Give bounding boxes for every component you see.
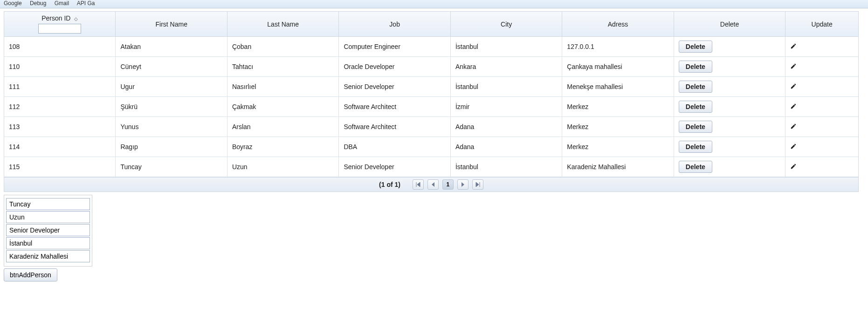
cell-job: Senior Developer [339,157,450,177]
cell-job: Software Architect [339,97,450,117]
header-job[interactable]: Job [339,12,450,37]
paginator-next-button[interactable] [457,179,468,190]
cell-update [785,77,858,97]
cell-delete: Delete [674,57,785,77]
header-person-id[interactable]: Person ID ◇ [4,12,116,37]
header-label: Person ID [41,14,70,22]
bookmark-item[interactable]: Google [4,0,22,7]
bookmark-item[interactable]: Gmail [55,0,69,7]
cell-last-name: Çoban [227,37,339,57]
cell-last-name: Boyraz [227,137,339,157]
cell-city: İzmir [451,97,562,117]
edit-icon[interactable] [790,63,797,71]
city-input[interactable] [6,237,90,249]
cell-city: İstanbul [451,157,562,177]
cell-first-name: Şükrü [116,97,227,117]
cell-city: İstanbul [451,37,562,57]
delete-button[interactable]: Delete [679,41,712,53]
paginator-status: (1 of 1) [379,181,400,188]
cell-first-name: Yunus [116,117,227,137]
cell-person-id: 108 [4,37,116,57]
cell-delete: Delete [674,97,785,117]
edit-icon[interactable] [790,123,797,131]
cell-address: Merkez [562,117,674,137]
add-person-button[interactable]: btnAddPerson [4,268,57,281]
delete-button[interactable]: Delete [679,61,712,73]
header-delete: Delete [674,12,785,37]
cell-update [785,37,858,57]
job-input[interactable] [6,224,90,236]
add-person-form [4,195,92,267]
cell-address: Menekşe mahallesi [562,77,674,97]
cell-update [785,97,858,117]
header-address[interactable]: Adress [562,12,674,37]
cell-person-id: 114 [4,137,116,157]
cell-delete: Delete [674,37,785,57]
cell-address: Çankaya mahallesi [562,57,674,77]
cell-first-name: Ugur [116,77,227,97]
cell-first-name: Cüneyt [116,57,227,77]
sort-icon[interactable]: ◇ [74,16,78,21]
table-row: 113YunusArslanSoftware ArchitectAdanaMer… [4,117,858,137]
cell-address: Merkez [562,97,674,117]
first-name-input[interactable] [6,198,90,210]
cell-update [785,117,858,137]
header-city[interactable]: City [451,12,562,37]
edit-icon[interactable] [790,43,797,51]
cell-delete: Delete [674,77,785,97]
cell-update [785,137,858,157]
edit-icon[interactable] [790,103,797,111]
cell-last-name: Arslan [227,117,339,137]
table-row: 115TuncayUzunSenior DeveloperİstanbulKar… [4,157,858,177]
cell-job: Computer Engineer [339,37,450,57]
delete-button[interactable]: Delete [679,121,712,133]
edit-icon[interactable] [790,164,797,171]
cell-person-id: 110 [4,57,116,77]
cell-job: Software Architect [339,117,450,137]
cell-last-name: Uzun [227,157,339,177]
cell-delete: Delete [674,137,785,157]
cell-address: Merkez [562,137,674,157]
cell-person-id: 111 [4,77,116,97]
edit-icon[interactable] [790,144,797,151]
paginator-prev-button[interactable] [427,179,439,190]
persons-table: Person ID ◇ First Name Last Name Job Cit… [4,11,859,178]
bookmark-item[interactable]: Debug [30,0,46,7]
paginator-first-button[interactable] [413,179,424,190]
paginator: (1 of 1) 1 [4,178,859,192]
cell-first-name: Atakan [116,37,227,57]
bookmark-item[interactable]: API Ga [77,0,95,7]
cell-person-id: 112 [4,97,116,117]
cell-first-name: Ragıp [116,137,227,157]
cell-city: Ankara [451,57,562,77]
delete-button[interactable]: Delete [679,81,712,93]
table-row: 110CüneytTahtacıOracle DeveloperAnkaraÇa… [4,57,858,77]
cell-job: DBA [339,137,450,157]
cell-city: İstanbul [451,77,562,97]
last-name-input[interactable] [6,211,90,223]
cell-person-id: 113 [4,117,116,137]
table-row: 108AtakanÇobanComputer Engineerİstanbul1… [4,37,858,57]
paginator-page-button[interactable]: 1 [442,179,454,190]
cell-city: Adana [451,137,562,157]
cell-delete: Delete [674,117,785,137]
header-update: Update [785,12,858,37]
cell-last-name: Tahtacı [227,57,339,77]
header-first-name[interactable]: First Name [116,12,227,37]
delete-button[interactable]: Delete [679,161,712,173]
delete-button[interactable]: Delete [679,101,712,113]
cell-first-name: Tuncay [116,157,227,177]
cell-address: Karadeniz Mahallesi [562,157,674,177]
cell-update [785,157,858,177]
person-id-filter-input[interactable] [38,24,81,34]
cell-city: Adana [451,117,562,137]
edit-icon[interactable] [790,83,797,91]
cell-address: 127.0.0.1 [562,37,674,57]
cell-delete: Delete [674,157,785,177]
paginator-last-button[interactable] [472,179,483,190]
delete-button[interactable]: Delete [679,141,712,153]
cell-last-name: Nasırlıel [227,77,339,97]
address-input[interactable] [6,250,90,262]
cell-last-name: Çakmak [227,97,339,117]
header-last-name[interactable]: Last Name [227,12,339,37]
